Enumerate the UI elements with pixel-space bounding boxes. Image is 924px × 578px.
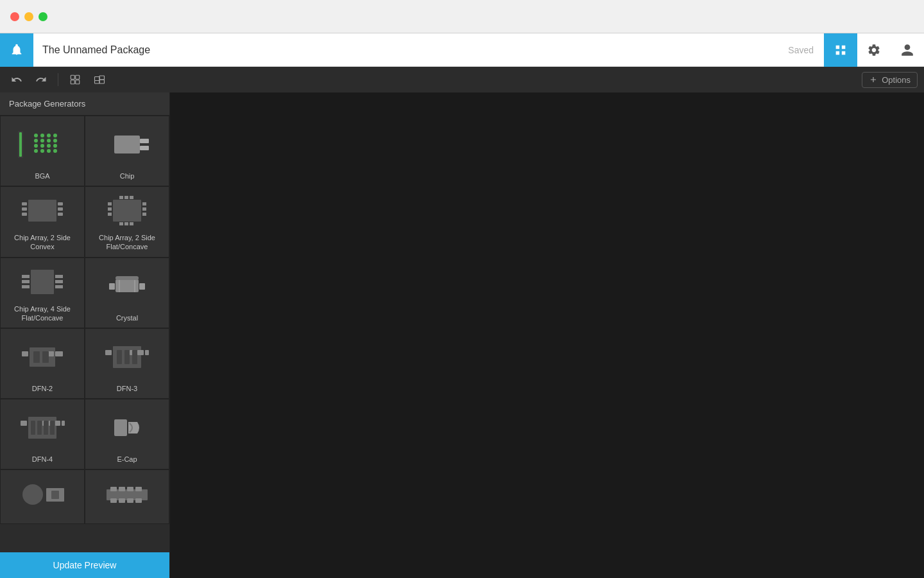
pkg-item-last1[interactable] xyxy=(0,469,85,524)
svg-rect-9 xyxy=(19,132,22,157)
svg-rect-4 xyxy=(95,77,100,81)
pkg-item-crystal[interactable]: Crystal xyxy=(85,258,169,329)
svg-rect-1 xyxy=(76,75,80,79)
pkg-item-e-cap[interactable]: E-Cap xyxy=(85,399,169,469)
pkg-label-e-cap: E-Cap xyxy=(117,455,137,464)
undo-icon xyxy=(11,74,22,85)
pkg-item-dfn-3[interactable]: DFN-3 xyxy=(85,328,169,399)
svg-rect-39 xyxy=(108,213,112,216)
redo-button[interactable] xyxy=(31,71,51,89)
pkg-img-dfn-4 xyxy=(4,405,80,451)
svg-point-20 xyxy=(47,144,51,148)
svg-rect-31 xyxy=(22,207,27,211)
pkg-item-last2[interactable] xyxy=(85,469,169,524)
package-view-icon xyxy=(834,43,848,57)
svg-rect-80 xyxy=(55,421,60,426)
sidebar-header: Package Generators xyxy=(0,92,169,116)
svg-point-25 xyxy=(53,149,57,153)
maximize-button[interactable] xyxy=(38,12,47,21)
dfn-4-icon xyxy=(17,409,68,446)
svg-rect-86 xyxy=(114,419,127,436)
svg-rect-36 xyxy=(113,200,141,222)
svg-point-17 xyxy=(53,139,57,143)
svg-rect-54 xyxy=(55,280,63,283)
appbar: The Unnamed Package Saved xyxy=(0,33,924,67)
options-label: Options xyxy=(882,75,911,85)
svg-rect-30 xyxy=(22,202,27,206)
last1-icon xyxy=(17,480,68,509)
pkg-item-chip[interactable]: Chip xyxy=(85,116,169,186)
pkg-item-chip-array-4-flat[interactable]: Chip Array, 4 Side Flat/Concave xyxy=(0,258,85,329)
sidebar-scroll[interactable]: BGA Chip xyxy=(0,116,169,552)
pkg-img-dfn-2 xyxy=(4,334,80,380)
svg-rect-53 xyxy=(55,275,63,278)
pkg-item-chip-array-2-flat[interactable]: Chip Array, 2 Side Flat/Concave xyxy=(85,186,169,258)
svg-rect-92 xyxy=(119,487,125,491)
svg-rect-44 xyxy=(124,196,128,199)
pkg-label-dfn-3: DFN-3 xyxy=(117,384,137,393)
svg-rect-89 xyxy=(51,491,59,499)
svg-point-13 xyxy=(53,134,57,137)
svg-rect-47 xyxy=(124,222,128,225)
svg-rect-3 xyxy=(76,80,80,84)
svg-point-12 xyxy=(47,134,51,137)
close-button[interactable] xyxy=(10,12,19,21)
chip-array-2-convex-icon xyxy=(17,192,68,229)
svg-rect-5 xyxy=(99,76,105,80)
pkg-img-e-cap xyxy=(89,405,165,451)
pkg-label-chip-array-2-flat: Chip Array, 2 Side Flat/Concave xyxy=(89,233,165,252)
toolbar-separator-1 xyxy=(58,73,58,86)
svg-point-18 xyxy=(34,144,38,148)
package-view-button[interactable] xyxy=(824,33,857,67)
undo-button[interactable] xyxy=(6,71,27,89)
settings-button[interactable] xyxy=(857,33,891,67)
update-preview-button[interactable]: Update Preview xyxy=(0,552,169,578)
pkg-item-dfn-2[interactable]: DFN-2 xyxy=(0,328,85,399)
pkg-img-crystal xyxy=(89,263,165,310)
svg-rect-71 xyxy=(137,350,144,355)
svg-rect-67 xyxy=(42,351,49,363)
user-button[interactable] xyxy=(891,33,924,67)
bga-preview-icon xyxy=(17,126,68,163)
minimize-button[interactable] xyxy=(24,12,33,21)
svg-point-10 xyxy=(34,134,38,137)
svg-rect-91 xyxy=(110,487,117,491)
app-logo[interactable] xyxy=(0,33,33,67)
e-cap-icon xyxy=(101,409,153,446)
bell-icon xyxy=(10,43,24,57)
plus-icon xyxy=(869,75,878,84)
svg-rect-84 xyxy=(44,421,48,435)
svg-point-14 xyxy=(34,139,38,143)
pkg-img-bga xyxy=(4,121,80,168)
canvas-area[interactable] xyxy=(170,92,924,578)
view-3d-icon xyxy=(94,74,105,85)
dfn-3-icon xyxy=(101,338,153,376)
svg-rect-27 xyxy=(140,139,149,143)
pkg-item-dfn-4[interactable]: DFN-4 xyxy=(0,399,85,469)
svg-rect-83 xyxy=(37,421,42,435)
svg-rect-81 xyxy=(62,421,65,426)
pkg-item-chip-array-2-convex[interactable]: Chip Array, 2 Side Convex xyxy=(0,186,85,258)
svg-point-87 xyxy=(22,484,43,505)
pkg-label-dfn-2: DFN-2 xyxy=(32,384,53,393)
svg-point-21 xyxy=(53,144,57,148)
svg-rect-42 xyxy=(142,213,146,216)
pkg-img-last2 xyxy=(89,475,165,514)
svg-point-23 xyxy=(40,149,44,153)
user-icon xyxy=(900,43,914,57)
redo-icon xyxy=(35,74,47,85)
svg-point-19 xyxy=(40,144,44,148)
view-2d-button[interactable] xyxy=(65,71,85,89)
view-3d-button[interactable] xyxy=(89,71,110,89)
svg-rect-63 xyxy=(22,351,28,356)
svg-point-15 xyxy=(40,139,44,143)
pkg-item-bga[interactable]: BGA xyxy=(0,116,85,186)
svg-rect-46 xyxy=(119,222,123,225)
pkg-label-crystal: Crystal xyxy=(116,313,138,322)
svg-rect-50 xyxy=(22,275,30,278)
options-button[interactable]: Options xyxy=(862,72,918,88)
traffic-lights xyxy=(10,12,47,21)
svg-rect-29 xyxy=(28,200,56,222)
pkg-img-last1 xyxy=(4,475,80,514)
svg-rect-35 xyxy=(58,213,63,216)
